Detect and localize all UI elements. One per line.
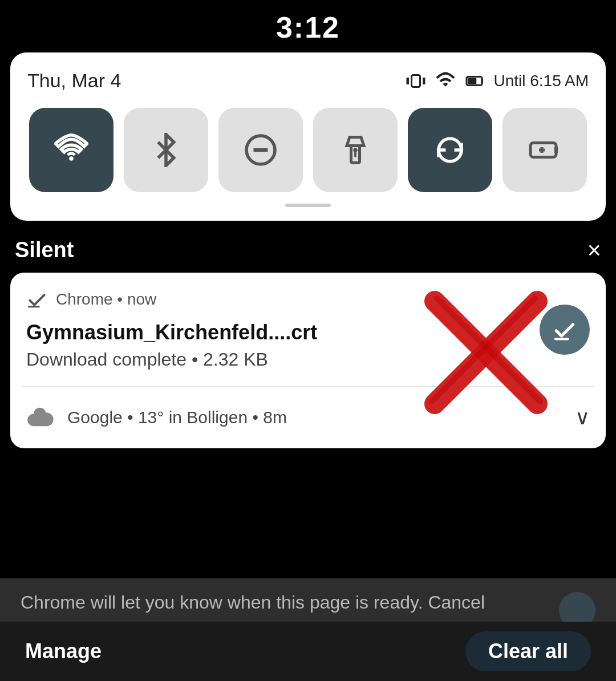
bottom-notif-text: Chrome will let you know when this page … — [21, 590, 548, 615]
manage-button[interactable]: Manage — [25, 639, 102, 663]
bottom-bar: Manage Clear all — [0, 622, 616, 681]
svg-rect-6 — [468, 78, 477, 84]
chrome-app-icon — [26, 289, 48, 310]
notif-action-icon — [552, 317, 577, 342]
wifi-status-icon — [434, 71, 457, 91]
notif-header: Silent × — [10, 238, 606, 262]
svg-point-12 — [353, 148, 358, 152]
qs-tile-bluetooth[interactable] — [124, 108, 208, 192]
qs-date: Thu, Mar 4 — [27, 70, 121, 92]
notif-weather-left: Google • 13° in Bolligen • 8m — [26, 403, 287, 432]
chrome-app-name: Chrome • now — [56, 290, 156, 309]
notif-section-title: Silent — [15, 238, 74, 262]
status-bar: 3:12 — [0, 0, 616, 52]
svg-point-7 — [69, 156, 74, 161]
qs-tile-autorotate[interactable] — [408, 108, 492, 192]
notif-action-button[interactable] — [540, 305, 590, 355]
autorotate-tile-icon — [433, 133, 467, 167]
qs-status-icons: Until 6:15 AM — [406, 71, 589, 91]
wifi-tile-icon — [54, 133, 88, 167]
weather-text: Google • 13° in Bolligen • 8m — [67, 408, 287, 427]
flashlight-tile-icon — [338, 133, 372, 167]
notif-title: Gymnasium_Kirchenfeld....crt — [26, 321, 590, 344]
quick-settings-panel: Thu, Mar 4 Until 6:15 AM — [10, 52, 606, 221]
qs-tile-battery-saver[interactable] — [502, 108, 587, 192]
status-time: 3:12 — [276, 10, 340, 44]
chrome-check-icon — [26, 289, 48, 310]
vibrate-icon — [406, 71, 426, 91]
chrome-notification-item[interactable]: Chrome • now Gymnasium_Kirchenfeld....cr… — [10, 273, 606, 386]
until-text: Until 6:15 AM — [493, 72, 589, 90]
qs-tile-dnd[interactable] — [218, 108, 303, 192]
weather-notification-item[interactable]: Google • 13° in Bolligen • 8m ∨ — [10, 387, 606, 448]
notif-close-button[interactable]: × — [587, 238, 601, 262]
dnd-tile-icon — [244, 133, 278, 167]
qs-tile-wifi[interactable] — [29, 108, 114, 192]
svg-rect-0 — [412, 75, 420, 87]
notification-card: Chrome • now Gymnasium_Kirchenfeld....cr… — [10, 273, 606, 448]
clear-all-button[interactable]: Clear all — [465, 631, 591, 671]
qs-drag-handle — [285, 204, 331, 207]
notif-item-header: Chrome • now — [26, 289, 590, 310]
qs-header: Thu, Mar 4 Until 6:15 AM — [27, 70, 589, 92]
qs-tiles — [27, 108, 589, 192]
qs-tile-flashlight[interactable] — [313, 108, 398, 192]
notif-body: Download complete • 2.32 KB — [26, 349, 590, 370]
notification-section: Silent × Chrome • now Gymnasium_Kirchenf… — [10, 238, 606, 448]
cloud-icon — [26, 403, 56, 432]
weather-chevron-icon[interactable]: ∨ — [575, 406, 590, 429]
battery-status-icon — [465, 71, 485, 91]
bluetooth-tile-icon — [149, 133, 183, 167]
battery-saver-tile-icon — [528, 133, 562, 167]
